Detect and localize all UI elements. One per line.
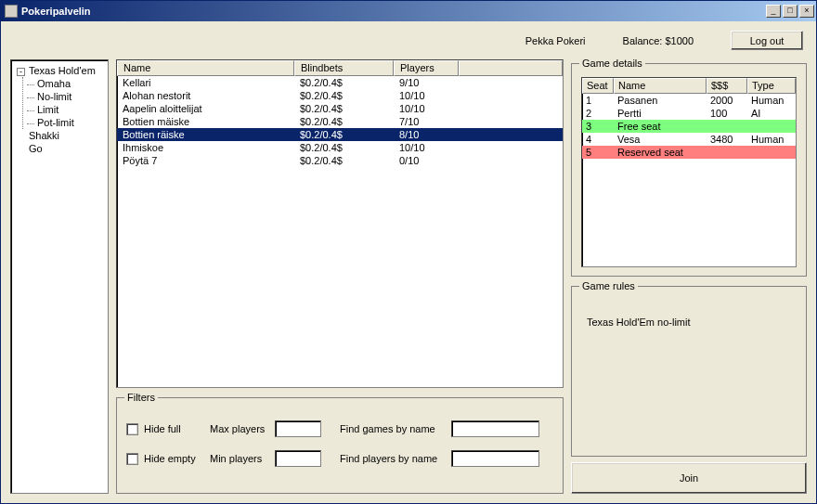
tree-node-limit[interactable]: Limit xyxy=(29,103,106,116)
games-table[interactable]: Name Blindbets Players Kellari$0.2/0.4$9… xyxy=(116,59,564,388)
game-name: Alohan nestorit xyxy=(117,89,294,102)
hide-empty-checkbox[interactable]: Hide empty xyxy=(126,453,210,465)
game-details-group: Game details Seat Name $$$ Type 1Pasanen… xyxy=(571,63,807,277)
seat-num: 2 xyxy=(582,107,614,120)
seat-row[interactable]: 1Pasanen2000Human xyxy=(582,94,796,107)
header-bar: Pekka Pokeri Balance: $1000 Log out xyxy=(10,29,807,59)
filters-group: Filters Hide full Max players Find games… xyxy=(116,397,564,494)
rules-text: Texas Hold'Em no-limit xyxy=(581,300,797,344)
game-name: Bottien räiske xyxy=(117,128,294,141)
seat-num: 4 xyxy=(582,133,614,146)
game-name: Pöytä 7 xyxy=(117,154,294,167)
seat-money xyxy=(707,120,747,133)
min-players-label: Min players xyxy=(210,453,275,464)
game-players: 10/10 xyxy=(394,141,459,154)
seat-num: 3 xyxy=(582,120,614,133)
tree-node-shakki[interactable]: Shakki xyxy=(13,129,106,142)
seat-name: Vesa xyxy=(614,133,707,146)
game-players: 10/10 xyxy=(394,89,459,102)
find-games-input[interactable] xyxy=(451,420,539,437)
game-name: Kellari xyxy=(117,76,294,89)
games-row[interactable]: Pöytä 7$0.2/0.4$0/10 xyxy=(117,154,563,167)
games-header-name[interactable]: Name xyxy=(117,60,294,76)
seat-money: 3480 xyxy=(707,133,747,146)
seat-name: Pertti xyxy=(614,107,707,120)
seat-row[interactable]: 4Vesa3480Human xyxy=(582,133,796,146)
max-players-label: Max players xyxy=(210,423,275,434)
seat-num: 1 xyxy=(582,94,614,107)
details-legend: Game details xyxy=(579,58,645,69)
checkbox-icon xyxy=(126,453,138,465)
hide-full-checkbox[interactable]: Hide full xyxy=(126,423,210,435)
game-players: 0/10 xyxy=(394,154,459,167)
checkbox-icon xyxy=(126,423,138,435)
maximize-button[interactable]: □ xyxy=(783,5,798,18)
game-players: 8/10 xyxy=(394,128,459,141)
seat-type xyxy=(747,120,796,133)
games-row[interactable]: Ihmiskoe$0.2/0.4$10/10 xyxy=(117,141,563,154)
game-players: 10/10 xyxy=(394,102,459,115)
titlebar: Pokeripalvelin _ □ × xyxy=(1,1,816,21)
balance-label: Balance: $1000 xyxy=(623,35,694,46)
find-players-label: Find players by name xyxy=(340,453,451,464)
seat-name: Pasanen xyxy=(614,94,707,107)
tree-node-nolimit[interactable]: No-limit xyxy=(29,90,106,103)
seat-header-type[interactable]: Type xyxy=(747,78,796,94)
game-players: 9/10 xyxy=(394,76,459,89)
seat-money xyxy=(707,146,747,159)
app-icon xyxy=(5,5,18,18)
tree-node-texasholdem[interactable]: -Texas Hold'em xyxy=(13,64,106,77)
game-blind: $0.2/0.4$ xyxy=(294,128,394,141)
games-row[interactable]: Bottien räiske$0.2/0.4$8/10 xyxy=(117,128,563,141)
filters-legend: Filters xyxy=(124,392,158,403)
seat-header-money[interactable]: $$$ xyxy=(707,78,747,94)
game-name: Ihmiskoe xyxy=(117,141,294,154)
seat-type: Human xyxy=(747,133,796,146)
game-blind: $0.2/0.4$ xyxy=(294,115,394,128)
tree-toggle-icon[interactable]: - xyxy=(17,68,25,76)
games-row[interactable]: Kellari$0.2/0.4$9/10 xyxy=(117,76,563,89)
logout-button[interactable]: Log out xyxy=(731,31,803,50)
seat-name: Reserved seat xyxy=(614,146,707,159)
join-button[interactable]: Join xyxy=(571,462,807,494)
game-blind: $0.2/0.4$ xyxy=(294,141,394,154)
games-row[interactable]: Alohan nestorit$0.2/0.4$10/10 xyxy=(117,89,563,102)
seat-header-name[interactable]: Name xyxy=(614,78,707,94)
seat-money: 100 xyxy=(707,107,747,120)
game-players: 7/10 xyxy=(394,115,459,128)
seat-type xyxy=(747,146,796,159)
window-title: Pokeripalvelin xyxy=(21,6,91,17)
game-blind: $0.2/0.4$ xyxy=(294,102,394,115)
close-button[interactable]: × xyxy=(799,5,814,18)
game-type-tree[interactable]: -Texas Hold'em Omaha No-limit Limit Pot-… xyxy=(10,59,109,494)
seat-row[interactable]: 5Reserved seat xyxy=(582,146,796,159)
game-blind: $0.2/0.4$ xyxy=(294,89,394,102)
seat-row[interactable]: 3Free seat xyxy=(582,120,796,133)
seat-header-seat[interactable]: Seat xyxy=(582,78,614,94)
app-window: Pokeripalvelin _ □ × Pekka Pokeri Balanc… xyxy=(0,0,817,504)
seat-num: 5 xyxy=(582,146,614,159)
rules-legend: Game rules xyxy=(579,280,638,291)
username-label: Pekka Pokeri xyxy=(525,35,586,46)
max-players-input[interactable] xyxy=(275,420,321,437)
games-row[interactable]: Bottien mäiske$0.2/0.4$7/10 xyxy=(117,115,563,128)
tree-node-go[interactable]: Go xyxy=(13,142,106,155)
minimize-button[interactable]: _ xyxy=(766,5,781,18)
seat-name: Free seat xyxy=(614,120,707,133)
seat-type: AI xyxy=(747,107,796,120)
game-name: Bottien mäiske xyxy=(117,115,294,128)
seat-table[interactable]: Seat Name $$$ Type 1Pasanen2000Human2Per… xyxy=(581,77,797,267)
games-header-players[interactable]: Players xyxy=(394,60,459,76)
tree-node-potlimit[interactable]: Pot-limit xyxy=(29,116,106,129)
games-row[interactable]: Aapelin aloittelijat$0.2/0.4$10/10 xyxy=(117,102,563,115)
seat-type: Human xyxy=(747,94,796,107)
tree-node-omaha[interactable]: Omaha xyxy=(29,77,106,90)
games-header-blindbets[interactable]: Blindbets xyxy=(294,60,394,76)
games-header-spacer xyxy=(459,60,563,76)
min-players-input[interactable] xyxy=(275,450,321,467)
game-rules-group: Game rules Texas Hold'Em no-limit xyxy=(571,286,807,457)
find-players-input[interactable] xyxy=(451,450,539,467)
seat-row[interactable]: 2Pertti100AI xyxy=(582,107,796,120)
game-blind: $0.2/0.4$ xyxy=(294,76,394,89)
seat-money: 2000 xyxy=(707,94,747,107)
